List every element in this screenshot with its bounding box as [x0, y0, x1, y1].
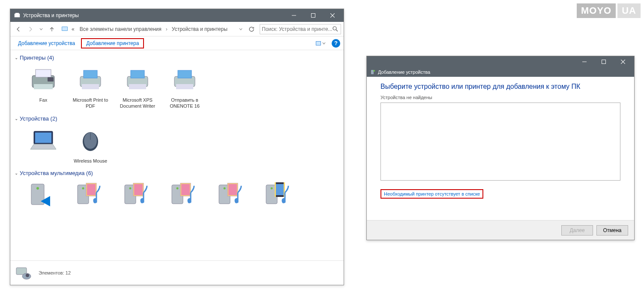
view-options-button[interactable] [315, 40, 326, 46]
printers-items: Fax Microsoft Print to PDF Microsoft XPS… [12, 63, 342, 114]
item-media-2[interactable] [115, 180, 160, 212]
forward-button[interactable] [25, 24, 36, 35]
media-server-icon [28, 180, 59, 211]
maximize-button[interactable] [594, 55, 613, 68]
breadcrumb[interactable]: « Все элементы панели управления › Устро… [58, 25, 236, 33]
svg-rect-13 [36, 69, 51, 77]
media-device-icon [264, 180, 294, 211]
next-button[interactable]: Далее [561, 225, 593, 236]
help-button[interactable]: ? [332, 39, 340, 48]
chevron-down-icon: ⌄ [15, 55, 18, 60]
svg-rect-21 [129, 84, 146, 89]
navigation-bar: « Все элементы панели управления › Устро… [10, 22, 344, 36]
device-icon [370, 69, 375, 75]
svg-point-43 [177, 187, 179, 189]
multimedia-items [12, 178, 342, 217]
item-label: Wireless Mouse [74, 158, 107, 164]
svg-point-58 [26, 274, 29, 277]
watermark-moyo: MOYO [577, 3, 616, 18]
group-header-printers[interactable]: ⌄ Принтеры (4) [12, 53, 342, 63]
close-button[interactable] [613, 55, 632, 68]
item-print-pdf[interactable]: Microsoft Print to PDF [68, 64, 113, 109]
svg-point-51 [271, 187, 273, 189]
breadcrumb-part-1[interactable]: Все элементы панели управления [78, 25, 163, 33]
svg-rect-14 [34, 84, 53, 89]
item-label: Отправить в ONENOTE 16 [162, 97, 207, 109]
group-header-devices[interactable]: ⌄ Устройства (2) [12, 114, 342, 124]
window-title: Устройства и принтеры [23, 12, 284, 18]
svg-point-47 [224, 187, 226, 189]
item-onenote[interactable]: Отправить в ONENOTE 16 [162, 64, 207, 109]
breadcrumb-dropdown[interactable] [237, 27, 245, 31]
item-label: Microsoft XPS Document Writer [115, 97, 160, 109]
dialog-titlebar[interactable] [367, 56, 634, 67]
search-box[interactable] [260, 24, 341, 34]
group-header-multimedia[interactable]: ⌄ Устройства мультимедиа (6) [12, 168, 342, 178]
svg-rect-17 [84, 70, 97, 78]
chevron-down-icon: ⌄ [15, 116, 18, 121]
svg-rect-11 [316, 42, 321, 45]
device-listbox[interactable] [380, 103, 620, 181]
printer-icon [75, 64, 106, 95]
printer-not-listed-link[interactable]: Необходимый принтер отсутствует в списке [380, 189, 483, 199]
devices-printers-window: Устройства и принтеры [10, 9, 344, 285]
svg-rect-18 [82, 84, 99, 89]
maximize-button[interactable] [303, 9, 323, 22]
mouse-icon [75, 125, 106, 156]
item-label: Microsoft Print to PDF [68, 97, 113, 109]
laptop-icon [28, 125, 59, 156]
svg-marker-27 [30, 144, 56, 149]
item-laptop[interactable] [21, 125, 66, 164]
item-media-1[interactable] [68, 180, 113, 212]
breadcrumb-prefix[interactable]: « [70, 25, 76, 33]
breadcrumb-part-2[interactable]: Устройства и принтеры [170, 25, 229, 33]
status-count: Элементов: 12 [39, 270, 71, 275]
media-device-icon [75, 180, 106, 211]
svg-point-39 [129, 187, 132, 189]
svg-rect-15 [48, 77, 54, 82]
svg-point-32 [36, 187, 39, 190]
add-printer-button[interactable]: Добавление принтера [81, 38, 144, 48]
toolbar: Добавление устройства Добавление принтер… [10, 36, 344, 50]
item-fax[interactable]: Fax [21, 64, 66, 109]
watermark: MOYO UA [577, 3, 641, 18]
media-device-icon [216, 180, 247, 211]
svg-rect-53 [276, 184, 284, 195]
svg-rect-23 [178, 70, 192, 78]
close-button[interactable] [323, 9, 342, 22]
group-label: Устройства (2) [20, 115, 57, 122]
watermark-ua: UA [617, 3, 641, 18]
svg-rect-41 [134, 184, 143, 195]
minimize-button[interactable] [284, 9, 303, 22]
content-area: ⌄ Принтеры (4) Fax Microsoft Print to PD… [10, 50, 344, 260]
history-dropdown[interactable] [37, 27, 45, 31]
svg-point-64 [373, 70, 375, 72]
minimize-button[interactable] [575, 55, 594, 68]
search-icon[interactable] [332, 26, 339, 32]
item-mouse[interactable]: Wireless Mouse [68, 125, 113, 164]
refresh-button[interactable] [246, 24, 257, 35]
item-media-5[interactable] [256, 180, 302, 212]
group-label: Принтеры (4) [20, 54, 54, 61]
item-label: Fax [39, 97, 47, 103]
add-device-button[interactable]: Добавление устройства [14, 39, 79, 48]
printer-icon [169, 64, 200, 95]
item-xps-writer[interactable]: Microsoft XPS Document Writer [115, 64, 160, 109]
back-button[interactable] [13, 24, 24, 35]
item-media-3[interactable] [162, 180, 207, 212]
chevron-down-icon: ⌄ [15, 171, 18, 175]
titlebar[interactable]: Устройства и принтеры [10, 9, 344, 22]
item-media-4[interactable] [209, 180, 255, 212]
cancel-button[interactable]: Отмена [596, 225, 628, 236]
item-media-0[interactable] [21, 180, 66, 212]
search-input[interactable] [262, 26, 332, 32]
media-device-icon [169, 180, 200, 211]
up-button[interactable] [46, 24, 57, 35]
status-bar: Элементов: 12 [10, 260, 344, 284]
dialog-heading: Выберите устройство или принтер для доба… [380, 83, 620, 91]
add-device-dialog: Добавление устройства Выберите устройств… [366, 56, 635, 240]
svg-point-35 [82, 187, 84, 189]
svg-line-9 [336, 30, 338, 31]
svg-rect-26 [35, 133, 51, 143]
dialog-button-bar: Далее Отмена [367, 220, 634, 240]
